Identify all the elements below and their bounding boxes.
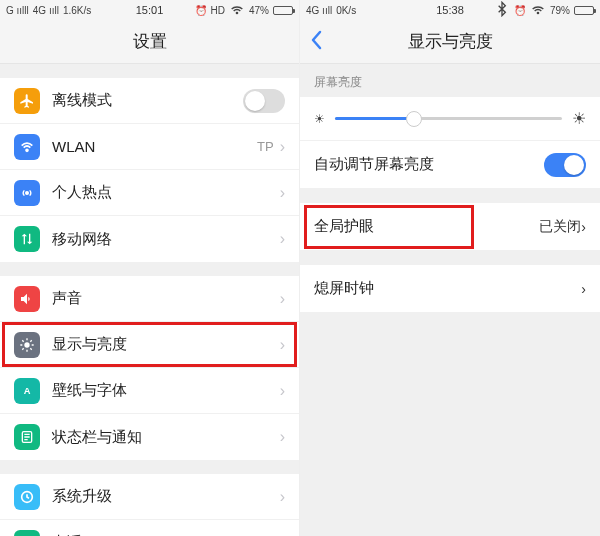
settings-row-display[interactable]: 显示与亮度› — [0, 322, 299, 368]
phone-icon — [14, 530, 40, 537]
display-brightness-screen: 4G ııll 0K/s 15:38 ⏰ 79% 显示与亮度 — [300, 0, 600, 536]
page-title: 设置 — [133, 30, 167, 53]
wifi-icon — [530, 1, 546, 19]
back-button[interactable] — [310, 30, 322, 54]
auto-brightness-row[interactable]: 自动调节屏幕亮度 — [300, 141, 600, 189]
brightness-high-icon: ☀ — [572, 109, 586, 128]
sleep-clock-row[interactable]: 熄屏时钟 › — [300, 265, 600, 313]
settings-row-update[interactable]: 系统升级› — [0, 474, 299, 520]
row-label: 声音 — [52, 289, 274, 308]
battery-icon — [273, 6, 293, 15]
settings-group: 声音›显示与亮度›A壁纸与字体›状态栏与通知› — [0, 276, 299, 460]
settings-row-wlan[interactable]: WLANTP› — [0, 124, 299, 170]
settings-group: 系统升级›电话›帐户与同步› — [0, 474, 299, 536]
toggle-airplane[interactable] — [243, 89, 285, 113]
auto-brightness-toggle[interactable] — [544, 153, 586, 177]
settings-row-notifications[interactable]: 状态栏与通知› — [0, 414, 299, 460]
auto-brightness-label: 自动调节屏幕亮度 — [314, 155, 544, 174]
svg-point-2 — [26, 191, 29, 194]
update-icon — [14, 484, 40, 510]
battery-percentage: 79% — [550, 5, 570, 16]
speed-indicator: 0K/s — [336, 5, 356, 16]
svg-point-3 — [24, 342, 29, 347]
settings-list[interactable]: 离线模式WLANTP›个人热点›移动网络›声音›显示与亮度›A壁纸与字体›状态栏… — [0, 64, 299, 536]
notification-icon — [14, 424, 40, 450]
brightness-icon — [14, 332, 40, 358]
settings-row-mobile[interactable]: 移动网络› — [0, 216, 299, 262]
clock: 15:01 — [136, 4, 164, 16]
row-label: 移动网络 — [52, 230, 274, 249]
hotspot-icon — [14, 180, 40, 206]
alarm-icon: ⏰ — [195, 5, 207, 16]
clock: 15:38 — [436, 4, 464, 16]
chevron-right-icon: › — [280, 382, 285, 400]
svg-point-1 — [26, 149, 28, 151]
wifi-icon — [14, 134, 40, 160]
navbar: 显示与亮度 — [300, 20, 600, 64]
sound-icon — [14, 286, 40, 312]
settings-row-sound[interactable]: 声音› — [0, 276, 299, 322]
settings-row-phone[interactable]: 电话› — [0, 520, 299, 536]
svg-point-7 — [537, 12, 538, 13]
settings-row-wallpaper[interactable]: A壁纸与字体› — [0, 368, 299, 414]
chevron-right-icon: › — [280, 184, 285, 202]
brightness-slider[interactable] — [335, 117, 562, 120]
chevron-right-icon: › — [280, 336, 285, 354]
wifi-icon — [229, 1, 245, 19]
sleep-clock-label: 熄屏时钟 — [314, 279, 581, 298]
speed-indicator: 1.6K/s — [63, 5, 91, 16]
wallpaper-icon: A — [14, 378, 40, 404]
svg-text:A: A — [24, 386, 31, 396]
eye-care-value: 已关闭 — [539, 218, 581, 236]
alarm-icon: ⏰ — [514, 5, 526, 16]
row-label: 壁纸与字体 — [52, 381, 274, 400]
airplane-icon — [14, 88, 40, 114]
navbar: 设置 — [0, 20, 299, 64]
battery-percentage: 47% — [249, 5, 269, 16]
battery-icon — [574, 6, 594, 15]
settings-row-airplane[interactable]: 离线模式 — [0, 78, 299, 124]
settings-group: 离线模式WLANTP›个人热点›移动网络› — [0, 78, 299, 262]
hd-indicator: HD — [211, 5, 225, 16]
settings-screen: G ıılll 4G ııll 1.6K/s 15:01 ⏰ HD 47% 设置… — [0, 0, 300, 536]
network-indicator: 4G ııll — [306, 5, 332, 16]
bluetooth-icon — [494, 1, 510, 19]
status-bar: 4G ııll 0K/s 15:38 ⏰ 79% — [300, 0, 600, 20]
display-settings-list[interactable]: 屏幕亮度 ☀ ☀ 自动调节屏幕亮度 全局护眼 已关闭 › — [300, 64, 600, 536]
chevron-right-icon: › — [581, 281, 586, 297]
settings-row-hotspot[interactable]: 个人热点› — [0, 170, 299, 216]
row-label: 系统升级 — [52, 487, 274, 506]
chevron-right-icon: › — [280, 290, 285, 308]
eye-care-label: 全局护眼 — [314, 217, 539, 236]
mobile-data-icon — [14, 226, 40, 252]
row-label: 显示与亮度 — [52, 335, 274, 354]
page-title: 显示与亮度 — [408, 30, 493, 53]
row-label: 状态栏与通知 — [52, 428, 274, 447]
status-bar: G ıılll 4G ııll 1.6K/s 15:01 ⏰ HD 47% — [0, 0, 299, 20]
row-label: 个人热点 — [52, 183, 274, 202]
row-label: 离线模式 — [52, 91, 243, 110]
chevron-right-icon: › — [280, 488, 285, 506]
chevron-right-icon: › — [280, 138, 285, 156]
row-value: TP — [257, 139, 274, 154]
svg-point-0 — [236, 12, 237, 13]
chevron-right-icon: › — [280, 428, 285, 446]
row-label: WLAN — [52, 138, 257, 155]
brightness-low-icon: ☀ — [314, 112, 325, 126]
brightness-slider-row[interactable]: ☀ ☀ — [300, 97, 600, 141]
chevron-right-icon: › — [280, 230, 285, 248]
signal-indicator: G ıılll — [6, 5, 29, 16]
chevron-right-icon: › — [581, 219, 586, 235]
brightness-section-label: 屏幕亮度 — [300, 64, 600, 97]
network-indicator: 4G ııll — [33, 5, 59, 16]
eye-care-row[interactable]: 全局护眼 已关闭 › — [300, 203, 600, 251]
